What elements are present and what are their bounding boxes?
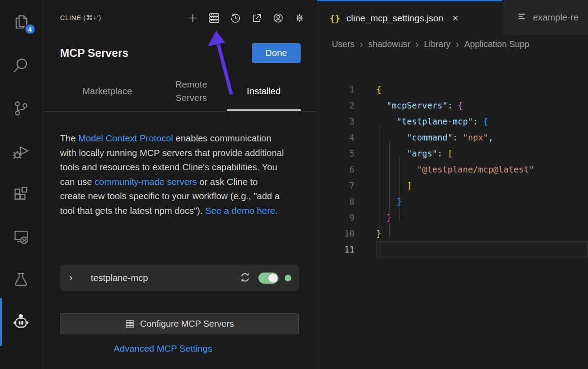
server-enabled-toggle[interactable] — [258, 273, 278, 284]
code-line-content: } — [376, 225, 588, 241]
code-line-content: "mcpServers": { — [376, 97, 588, 113]
account-icon[interactable] — [272, 12, 285, 24]
code-line[interactable]: 8 } — [317, 193, 588, 209]
run-debug-icon — [12, 142, 30, 160]
description-link[interactable]: See a demo here. — [205, 205, 278, 216]
restart-server-icon[interactable] — [239, 271, 252, 285]
page-title: MCP Servers — [60, 47, 129, 60]
beaker-icon — [12, 270, 30, 289]
mcp-description: The Model Context Protocol enables commu… — [60, 131, 286, 218]
indent-guide — [389, 141, 390, 237]
sidebar-item-extensions[interactable] — [0, 172, 42, 215]
line-number: 8 — [317, 193, 354, 209]
breadcrumb-item[interactable]: Users — [332, 39, 354, 49]
code-line[interactable]: 7 ] — [317, 177, 588, 193]
mcp-server-row[interactable]: › testplane-mcp — [60, 265, 299, 291]
panel-separator — [43, 111, 317, 112]
code-line-content: "command": "npx", — [376, 129, 588, 145]
configure-mcp-servers-button[interactable]: Configure MCP Servers — [60, 313, 299, 334]
code-line-content: ] — [376, 177, 588, 193]
text-file-icon — [517, 12, 527, 23]
line-number: 10 — [317, 225, 354, 241]
code-line-content: "args": [ — [376, 145, 588, 161]
sidebar-item-search[interactable] — [0, 44, 42, 87]
code-line[interactable]: 6 "@testplane/mcp@latest" — [317, 161, 588, 177]
json-file-icon: {} — [330, 13, 340, 24]
line-number: 3 — [317, 113, 354, 129]
mcp-tabs: Marketplace Remote Servers Installed — [60, 72, 301, 111]
editor-group: {} cline_mcp_settings.json × example-re … — [317, 0, 588, 369]
indent-guide — [399, 157, 400, 221]
line-number: 9 — [317, 209, 354, 225]
editor-tab-bar: {} cline_mcp_settings.json × example-re — [317, 0, 588, 35]
activity-bar: 4 — [0, 0, 42, 369]
code-line[interactable]: 5 "args": [ — [317, 145, 588, 161]
source-control-icon — [12, 99, 30, 118]
code-editor[interactable]: 1{2 "mcpServers": {3 "testplane-mcp": {4… — [317, 53, 588, 369]
new-task-plus-icon[interactable] — [186, 12, 199, 24]
breadcrumb: Users›shadowusr›Library›Application Supp — [317, 35, 588, 53]
code-line[interactable]: 2 "mcpServers": { — [317, 97, 588, 113]
code-line-content — [376, 241, 588, 257]
editor-tab-title: example-re — [533, 12, 579, 23]
code-line[interactable]: 4 "command": "npx", — [317, 129, 588, 145]
done-button[interactable]: Done — [252, 43, 301, 63]
sidebar-item-remote-explorer[interactable] — [0, 215, 42, 258]
sidebar-item-explorer[interactable]: 4 — [0, 2, 42, 44]
cline-robot-icon — [12, 313, 30, 331]
line-number: 5 — [317, 145, 354, 161]
line-number: 11 — [317, 241, 354, 257]
editor-tab-active[interactable]: {} cline_mcp_settings.json × — [317, 0, 502, 35]
sidebar-item-testing[interactable] — [0, 258, 42, 301]
code-line-content: } — [376, 209, 588, 225]
breadcrumb-item[interactable]: Library — [424, 39, 451, 49]
settings-gear-icon[interactable] — [293, 12, 306, 24]
code-line-content: "testplane-mcp": { — [376, 113, 588, 129]
indent-guide — [379, 125, 379, 253]
open-in-editor-icon[interactable] — [250, 12, 263, 24]
breadcrumb-separator-icon: › — [415, 39, 419, 49]
breadcrumb-item[interactable]: Application Supp — [464, 39, 529, 49]
cline-panel: CLINE (⌘+') — [43, 0, 317, 369]
editor-tab-title: cline_mcp_settings.json — [346, 13, 443, 24]
extensions-icon — [12, 184, 30, 203]
panel-toolbar — [186, 12, 306, 24]
editor-tab-inactive[interactable]: example-re — [502, 0, 588, 35]
tab-remote-servers[interactable]: Remote Servers — [167, 72, 216, 109]
mcp-servers-icon[interactable] — [208, 12, 221, 24]
tab-installed[interactable]: Installed — [227, 72, 301, 109]
server-name: testplane-mcp — [91, 273, 239, 283]
mcp-servers-icon — [125, 319, 135, 329]
description-link[interactable]: community-made servers — [95, 176, 197, 187]
chevron-right-icon[interactable]: › — [68, 272, 83, 284]
advanced-mcp-settings-link[interactable]: Advanced MCP Settings — [43, 343, 283, 354]
close-tab-icon[interactable]: × — [452, 12, 459, 24]
breadcrumb-separator-icon: › — [360, 39, 363, 49]
sidebar-item-cline[interactable] — [0, 301, 42, 343]
line-number: 7 — [317, 177, 354, 193]
code-line-content: } — [376, 193, 588, 209]
code-lines: 1{2 "mcpServers": {3 "testplane-mcp": {4… — [317, 81, 588, 257]
tab-marketplace[interactable]: Marketplace — [73, 72, 141, 109]
sidebar-item-run-debug[interactable] — [0, 130, 42, 172]
code-line[interactable]: 11 — [317, 241, 588, 257]
code-line[interactable]: 10} — [317, 225, 588, 241]
line-number: 1 — [317, 81, 354, 97]
breadcrumb-item[interactable]: shadowusr — [368, 39, 410, 49]
history-icon[interactable] — [229, 12, 242, 24]
line-number: 4 — [317, 129, 354, 145]
code-line[interactable]: 1{ — [317, 81, 588, 97]
breadcrumb-separator-icon: › — [456, 39, 459, 49]
configure-button-label: Configure MCP Servers — [140, 319, 234, 329]
description-link[interactable]: Model Context Protocol — [78, 133, 173, 143]
code-line[interactable]: 9 } — [317, 209, 588, 225]
code-line-content: "@testplane/mcp@latest" — [376, 161, 588, 177]
explorer-badge: 4 — [24, 24, 36, 35]
toggle-knob — [268, 273, 278, 283]
code-line[interactable]: 3 "testplane-mcp": { — [317, 113, 588, 129]
line-number: 6 — [317, 161, 354, 177]
search-icon — [12, 56, 30, 75]
sidebar-item-source-control[interactable] — [0, 87, 42, 130]
panel-title: CLINE (⌘+') — [60, 14, 101, 22]
code-line-content: { — [376, 81, 588, 97]
